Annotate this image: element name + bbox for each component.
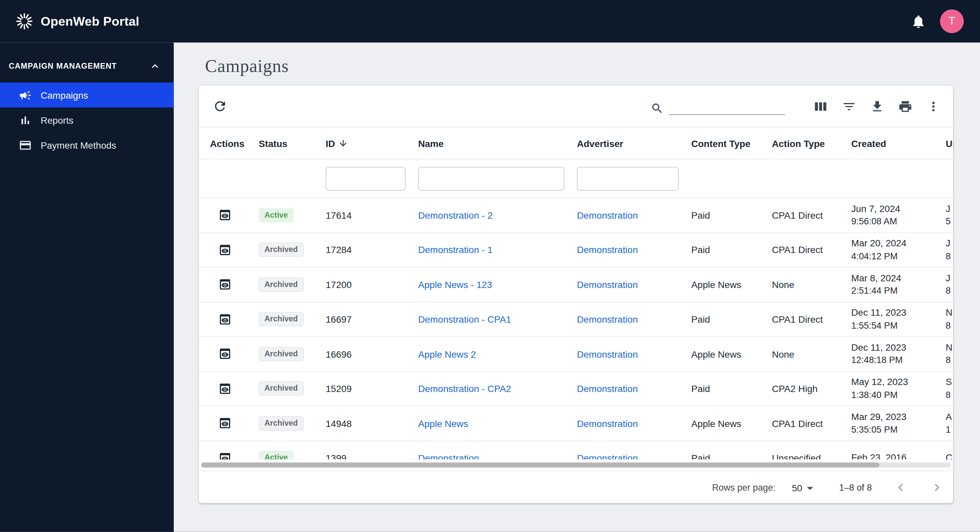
table-row: Archived 15209 Demonstration - CPA2 Demo…: [199, 372, 953, 406]
content-type-cell: Apple News: [691, 279, 772, 290]
preview-button[interactable]: [218, 416, 232, 430]
created-time: 5:35:05 PM: [851, 424, 946, 436]
preview-button[interactable]: [218, 208, 232, 222]
advertiser-link[interactable]: Demonstration: [577, 418, 638, 428]
horizontal-scrollbar-thumb[interactable]: [201, 463, 880, 468]
updated-date: N: [946, 306, 953, 319]
campaign-name-link[interactable]: Demonstration - 2: [418, 210, 493, 221]
preview-button[interactable]: [218, 243, 232, 256]
name-filter-input[interactable]: [418, 167, 564, 190]
created-date: Mar 29, 2023: [851, 411, 946, 423]
campaign-id: 1399: [326, 453, 418, 459]
column-header-created[interactable]: Created: [851, 138, 946, 148]
advertiser-link[interactable]: Demonstration: [577, 314, 638, 325]
action-type-cell: None: [772, 349, 851, 359]
search-input[interactable]: [669, 98, 785, 115]
content-type-cell: Apple News: [691, 349, 772, 359]
advertiser-link[interactable]: Demonstration: [577, 349, 638, 359]
action-type-cell: CPA1 Direct: [772, 418, 851, 428]
campaign-id: 15209: [326, 383, 418, 394]
table-row: Archived 16697 Demonstration - CPA1 Demo…: [199, 302, 953, 337]
updated-time: 8: [946, 320, 953, 332]
updated-time: 5: [946, 216, 953, 228]
advertiser-link[interactable]: Demonstration: [577, 210, 638, 221]
updated-date: N: [946, 341, 953, 354]
advertiser-link[interactable]: Demonstration: [577, 453, 638, 459]
status-badge: Archived: [259, 347, 303, 361]
column-header-id[interactable]: ID: [326, 138, 418, 148]
id-filter-input[interactable]: [326, 167, 406, 190]
column-header-content-type[interactable]: Content Type: [691, 138, 772, 148]
updated-date: C: [946, 451, 953, 459]
created-date: Dec 11, 2023: [851, 341, 946, 354]
sidebar-item-label: Payment Methods: [41, 140, 116, 150]
eye-icon: [218, 312, 232, 326]
column-header-status[interactable]: Status: [259, 138, 326, 148]
eye-icon: [218, 278, 232, 291]
column-header-advertiser[interactable]: Advertiser: [577, 138, 691, 148]
sidebar-section-campaign-management[interactable]: CAMPAIGN MANAGEMENT: [0, 60, 173, 73]
download-button[interactable]: [870, 99, 885, 113]
previous-page-button[interactable]: [893, 480, 908, 495]
filter-button[interactable]: [842, 99, 856, 113]
advertiser-link[interactable]: Demonstration: [577, 279, 638, 290]
column-header-updated[interactable]: Updated: [946, 138, 953, 148]
topbar: OpenWeb Portal T: [0, 0, 980, 43]
campaign-name-link[interactable]: Demonstration: [418, 453, 479, 459]
action-type-cell: CPA2 High: [772, 383, 851, 394]
campaign-name-link[interactable]: Demonstration - CPA1: [418, 314, 511, 325]
advertiser-link[interactable]: Demonstration: [577, 383, 638, 394]
next-page-button[interactable]: [929, 480, 944, 495]
table-body: Active 17614 Demonstration - 2 Demonstra…: [199, 198, 953, 459]
updated-cell: J 5: [946, 202, 953, 228]
created-time: 2:51:44 PM: [851, 285, 946, 297]
updated-cell: J 8: [946, 237, 953, 263]
sort-desc-icon: [338, 138, 348, 148]
status-badge: Active: [259, 208, 293, 222]
created-cell: Jun 7, 2024 9:56:08 AM: [851, 202, 946, 228]
updated-cell: S 8: [946, 376, 953, 402]
app-root: OpenWeb Portal T CAMPAIGN MANAGEMENT Cam…: [0, 0, 980, 532]
notifications-bell-icon[interactable]: [911, 13, 926, 29]
sidebar-item-campaigns[interactable]: Campaigns: [0, 83, 173, 108]
sidebar-item-payment-methods[interactable]: Payment Methods: [0, 133, 173, 158]
eye-icon: [218, 208, 232, 222]
created-time: 4:04:12 PM: [851, 250, 946, 263]
rows-per-page-select[interactable]: 50: [792, 482, 813, 493]
advertiser-link[interactable]: Demonstration: [577, 245, 638, 255]
column-header-action-type[interactable]: Action Type: [772, 138, 851, 148]
content-type-cell: Paid: [691, 314, 772, 325]
columns-button[interactable]: [814, 99, 828, 113]
avatar[interactable]: T: [940, 10, 964, 33]
preview-button[interactable]: [218, 451, 232, 459]
preview-button[interactable]: [218, 278, 232, 291]
horizontal-scrollbar-track: [201, 463, 951, 468]
campaign-name-link[interactable]: Apple News 2: [418, 349, 476, 359]
content-type-cell: Apple News: [691, 418, 772, 428]
updated-date: J: [946, 202, 953, 215]
content-type-cell: Paid: [691, 453, 772, 459]
print-button[interactable]: [898, 99, 912, 113]
campaign-name-link[interactable]: Demonstration - CPA2: [418, 383, 511, 394]
created-cell: Feb 23, 2016: [851, 451, 946, 459]
campaign-name-link[interactable]: Apple News: [418, 418, 468, 428]
preview-button[interactable]: [218, 312, 232, 326]
content-type-cell: Paid: [691, 383, 772, 394]
table-row: Archived 16696 Apple News 2 Demonstratio…: [199, 337, 953, 372]
more-options-button[interactable]: [926, 99, 941, 113]
sidebar-item-reports[interactable]: Reports: [0, 108, 173, 133]
refresh-button[interactable]: [213, 99, 228, 114]
advertiser-filter-input[interactable]: [577, 167, 679, 190]
campaign-name-link[interactable]: Apple News - 123: [418, 279, 492, 290]
megaphone-icon: [19, 88, 32, 101]
table-toolbar: [199, 86, 953, 127]
column-header-name[interactable]: Name: [418, 138, 577, 148]
campaign-id: 14948: [326, 418, 418, 428]
sidebar-item-label: Campaigns: [41, 90, 88, 100]
preview-button[interactable]: [218, 382, 232, 395]
column-header-actions[interactable]: Actions: [210, 138, 259, 148]
campaign-name-link[interactable]: Demonstration - 1: [418, 245, 493, 255]
preview-button[interactable]: [218, 347, 232, 361]
content-type-cell: Paid: [691, 210, 772, 221]
action-type-cell: CPA1 Direct: [772, 314, 851, 325]
